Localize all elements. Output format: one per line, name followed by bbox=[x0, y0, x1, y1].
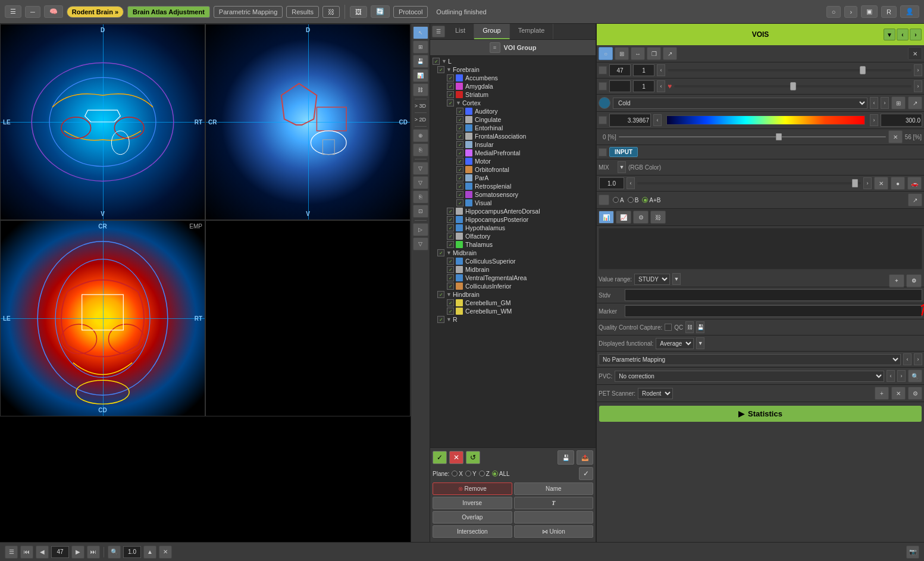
cb-auditory[interactable] bbox=[456, 108, 463, 115]
icon-btn-box[interactable]: ❒ bbox=[647, 47, 661, 60]
opacity-slider1[interactable] bbox=[668, 69, 912, 71]
cb-entorhinal[interactable] bbox=[456, 124, 463, 131]
cb-visual[interactable] bbox=[456, 199, 463, 206]
slider-thumb2[interactable] bbox=[790, 82, 796, 90]
mix-arrow-right[interactable]: › bbox=[863, 177, 872, 189]
overlap-btn[interactable]: Overlap bbox=[433, 511, 512, 524]
cb-cerebellumwm[interactable] bbox=[447, 308, 454, 315]
side-2d-label[interactable]: > 2D bbox=[414, 115, 427, 124]
cb-insular[interactable] bbox=[456, 141, 463, 148]
icon-btn-upload[interactable]: ↗ bbox=[663, 47, 677, 60]
cb-L[interactable] bbox=[433, 58, 440, 65]
range-select[interactable]: STUDY VOI bbox=[634, 274, 670, 285]
tree-item-hypothalamus[interactable]: Hypothalamus bbox=[446, 224, 594, 232]
frame-num-input[interactable] bbox=[51, 546, 69, 558]
opacity-heart-val[interactable] bbox=[609, 80, 631, 92]
mix-slider-thumb[interactable] bbox=[852, 179, 858, 187]
cb-orbitofrontal[interactable] bbox=[456, 166, 463, 173]
pvc-zoom-btn[interactable]: 🔍 bbox=[908, 369, 922, 383]
side-extra4-btn[interactable]: ⊡ bbox=[413, 205, 428, 218]
scanner-add-btn[interactable]: + bbox=[875, 387, 889, 400]
image-cell-topright[interactable]: D V CR CD bbox=[205, 24, 411, 220]
protocol-btn[interactable]: Protocol bbox=[393, 6, 428, 18]
tree-item-R[interactable]: ▼ R bbox=[436, 315, 594, 324]
vois-next-btn[interactable]: › bbox=[910, 29, 922, 40]
tree-item-cerebellumgm[interactable]: Cerebellum_GM bbox=[446, 299, 594, 307]
pvc-next-btn[interactable]: › bbox=[897, 370, 906, 382]
qc-link-btn[interactable]: ⛓ bbox=[685, 321, 694, 333]
bt-up-btn[interactable]: ▲ bbox=[143, 546, 156, 559]
scanner-select[interactable]: Rodent Human bbox=[638, 388, 673, 399]
t-btn[interactable]: T bbox=[514, 497, 594, 509]
image-btn[interactable]: 🖼 bbox=[350, 6, 367, 18]
plane-confirm-btn[interactable]: ✓ bbox=[579, 467, 593, 480]
marker-input[interactable] bbox=[625, 305, 922, 317]
cancel-btn[interactable]: ✕ bbox=[449, 451, 463, 464]
cb-frontalassoc[interactable] bbox=[456, 133, 463, 140]
tree-item-motor[interactable]: Motor bbox=[455, 157, 594, 165]
tree-item-colliculusinf[interactable]: ColliculusInferior bbox=[446, 282, 594, 290]
chart-tab-link[interactable]: ⛓ bbox=[650, 211, 666, 224]
mix-val-input[interactable] bbox=[599, 177, 624, 189]
cb-vta[interactable] bbox=[447, 274, 454, 281]
cb-hypothalamus[interactable] bbox=[447, 224, 454, 231]
scanner-btn[interactable]: ⚙ bbox=[908, 387, 922, 400]
cb-thalamus[interactable] bbox=[447, 241, 454, 248]
param-next-btn[interactable]: › bbox=[914, 353, 922, 365]
cb-hindbrain-group[interactable] bbox=[437, 291, 444, 298]
tree-item-retrosplenial[interactable]: Retrosplenial bbox=[455, 182, 594, 190]
minimize-btn[interactable]: ─ bbox=[25, 6, 40, 18]
opacity-arrow-right[interactable]: › bbox=[914, 64, 922, 76]
tree-item-L[interactable]: ▼ L bbox=[431, 57, 594, 65]
opacity-arrow-left[interactable]: ‹ bbox=[657, 64, 665, 76]
voi-add-btn[interactable]: + bbox=[889, 274, 904, 287]
side-extra6-btn[interactable]: ▽ bbox=[413, 237, 428, 250]
cb-cerebellumgm[interactable] bbox=[447, 299, 454, 306]
opacity-arrow-left2[interactable]: ‹ bbox=[657, 80, 665, 92]
qc-save-btn[interactable]: 💾 bbox=[696, 321, 704, 333]
radio-y[interactable]: Y bbox=[465, 471, 477, 477]
cb-midbrain-group[interactable] bbox=[437, 249, 444, 256]
func-select[interactable]: Average Original bbox=[656, 338, 694, 349]
cb-midbrain[interactable] bbox=[447, 266, 454, 273]
color-icon-btn[interactable]: ⊞ bbox=[891, 96, 906, 109]
icon-btn-arrows[interactable]: ↔ bbox=[631, 47, 645, 60]
vois-prev-btn[interactable]: ‹ bbox=[897, 29, 909, 40]
tree-item-cerebellumwm[interactable]: Cerebellum_WM bbox=[446, 307, 594, 315]
icon-btn-x[interactable]: ✕ bbox=[908, 47, 922, 60]
tree-item-hippocampusp[interactable]: HippocampusPosterior bbox=[446, 215, 594, 224]
side-arrow-btn[interactable]: ↖ bbox=[413, 26, 428, 39]
chart-tab-settings[interactable]: ⚙ bbox=[633, 211, 649, 224]
val-arrow-right[interactable]: › bbox=[870, 114, 878, 126]
color-prev-btn[interactable]: ‹ bbox=[870, 97, 878, 109]
zoom-input[interactable] bbox=[123, 546, 141, 558]
pct-slider-thumb[interactable] bbox=[776, 133, 782, 140]
cb-accumbens[interactable] bbox=[447, 74, 454, 82]
sync-btn[interactable]: 🔄 bbox=[371, 5, 390, 18]
input-btn[interactable]: INPUT bbox=[609, 147, 638, 157]
tab-group[interactable]: Group bbox=[474, 24, 510, 39]
bt-prev-btn[interactable]: ◀ bbox=[36, 546, 49, 559]
param-prev-btn[interactable]: ‹ bbox=[903, 353, 912, 365]
tree-item-midbrain[interactable]: Midbrain bbox=[446, 265, 594, 274]
mix-slider-track[interactable] bbox=[637, 182, 861, 184]
cb-medialprefrontal[interactable] bbox=[456, 149, 463, 156]
side-extra5-btn[interactable]: ▷ bbox=[413, 223, 428, 236]
mix-arrow-left[interactable]: ‹ bbox=[627, 177, 635, 189]
side-link-btn[interactable]: ⛓ bbox=[413, 83, 428, 96]
pvc-prev-btn[interactable]: ‹ bbox=[887, 370, 895, 382]
radio-x[interactable]: X bbox=[452, 471, 463, 477]
icon-btn-circle[interactable]: ○ bbox=[599, 47, 613, 60]
opacity-heart-val2[interactable] bbox=[633, 80, 654, 92]
scanner-x-btn[interactable]: ✕ bbox=[891, 387, 906, 400]
side-copy-btn[interactable]: ⎘ bbox=[413, 143, 428, 156]
cb-striatum[interactable] bbox=[447, 91, 454, 98]
side-extra2-btn[interactable]: ▽ bbox=[413, 176, 428, 189]
chart-tab-bar[interactable]: 📊 bbox=[599, 211, 614, 224]
cb-colliculussup[interactable] bbox=[447, 258, 454, 265]
circle-btn[interactable]: ○ bbox=[826, 6, 841, 18]
tree-item-striatum[interactable]: Striatum bbox=[446, 90, 594, 99]
image-cell-bottomright[interactable] bbox=[205, 220, 411, 416]
cb-hippocampusp[interactable] bbox=[447, 216, 454, 223]
range-dropdown-btn[interactable]: ▼ bbox=[672, 273, 681, 285]
